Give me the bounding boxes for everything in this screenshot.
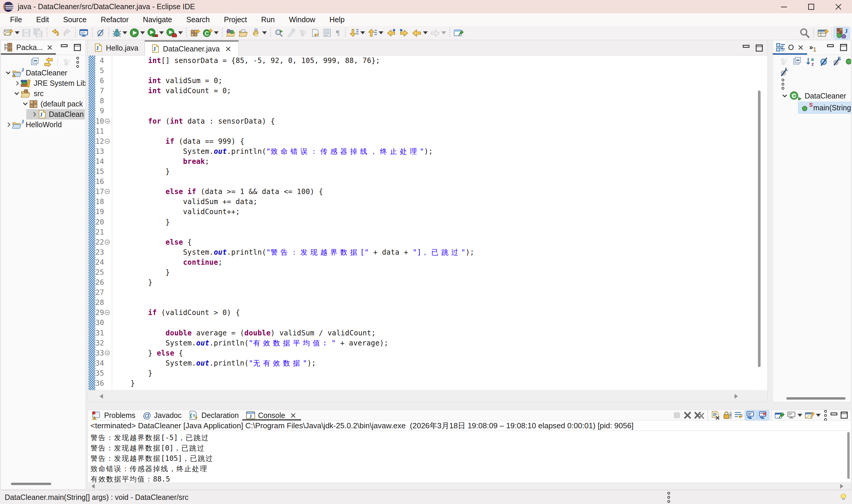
hide-non-public-icon[interactable] [845,58,851,65]
minimize-view-icon[interactable] [61,44,68,52]
status-menu-icon[interactable] [665,492,672,503]
show-stdout-button[interactable] [745,410,757,420]
dropdown-arrow-icon[interactable] [159,31,164,34]
dropdown-arrow-icon[interactable] [178,31,183,34]
tree-item-jre-system-libra[interactable]: JRE System Libra [1,78,86,88]
dropdown-arrow-icon[interactable] [379,31,383,34]
chevron-right-icon[interactable] [4,123,12,126]
dropdown-arrow-icon[interactable] [360,31,365,34]
terminate-button[interactable] [672,410,682,420]
tree-item-helloworld[interactable]: JHelloWorld [1,120,86,130]
view-menu-icon[interactable] [74,57,81,68]
chevron-down-icon[interactable] [13,93,20,94]
fold-collapse-icon[interactable] [105,189,110,194]
toggle-mark-occurrences-button[interactable] [310,26,322,39]
console-vertical-scrollbar[interactable] [846,431,851,483]
prev-annotation-button[interactable] [366,26,385,39]
redo-button[interactable] [61,26,73,39]
close-view-icon[interactable]: × [45,43,54,52]
open-console-button[interactable] [803,410,822,420]
close-tab-icon[interactable]: × [289,411,297,420]
chevron-down-icon[interactable] [4,72,12,74]
chevron-right-icon[interactable] [13,82,20,85]
lightbulb-icon[interactable] [839,493,848,502]
open-type-button[interactable] [225,26,237,39]
maximize-view-icon[interactable] [74,44,81,52]
pin-editor-button[interactable] [452,26,465,39]
java-perspective-button[interactable]: J [834,27,850,39]
next-edit-location-button[interactable] [398,26,411,39]
skip-breakpoints-button[interactable] [95,26,106,39]
open-resource-button[interactable] [273,26,286,39]
tab-declaration[interactable]: {≡Declaration [185,410,242,420]
outline-item-main-string[interactable]: Smain(String [773,102,851,113]
more-views-indicator[interactable]: »1 [808,40,817,55]
tree-item-default-pack[interactable]: (default pack [1,99,86,109]
menu-refactor[interactable]: Refactor [94,13,136,26]
fold-collapse-icon[interactable] [105,239,110,245]
menu-project[interactable]: Project [217,13,254,26]
fold-collapse-icon[interactable] [105,350,110,356]
menu-window[interactable]: Window [282,13,323,26]
hide-fields-icon[interactable]: F [819,57,828,66]
pin-console-button[interactable] [773,410,786,420]
dropdown-arrow-icon[interactable] [262,31,267,34]
new-class-button[interactable]: C [201,26,220,39]
open-terminal-button[interactable] [78,26,90,39]
menu-source[interactable]: Source [56,13,93,26]
horizontal-scrollbar[interactable] [786,397,846,400]
new-java-project-button[interactable] [189,26,201,39]
team-sync-button[interactable] [297,26,310,39]
editor-horizontal-scrollbar[interactable] [88,390,756,402]
show-whitespace-doc-button[interactable] [322,26,333,39]
horizontal-scrollbar[interactable] [11,483,51,485]
editor-vertical-scrollbar[interactable] [756,56,767,391]
minimize-view-button[interactable] [829,410,839,420]
editor-tab-hello-java[interactable]: JHello.java [88,40,145,56]
sort-icon[interactable]: az [806,57,815,66]
open-perspective-button[interactable] [816,27,830,39]
dropdown-arrow-icon[interactable] [798,414,802,417]
minimize-view-icon[interactable] [827,44,835,52]
fold-collapse-icon[interactable] [105,119,110,124]
menu-run[interactable]: Run [254,13,282,26]
profile-button[interactable] [165,26,184,39]
tree-item-datacleaner[interactable]: J!DataCleaner [1,68,86,78]
clear-console-button[interactable] [710,410,722,420]
dropdown-arrow-icon[interactable] [15,31,19,34]
minimize-button[interactable] [771,0,798,13]
show-whitespace-button[interactable]: ¶ [333,26,343,39]
coverage-button[interactable] [146,26,165,39]
tree-item-src[interactable]: src [1,88,86,99]
tab-console[interactable]: JConsole× [242,410,301,420]
editor-tab-datacleaner-java[interactable]: JDataCleaner.java× [145,40,239,56]
dropdown-arrow-icon[interactable] [423,31,428,34]
dropdown-arrow-icon[interactable] [214,31,219,34]
dropdown-arrow-icon[interactable] [123,31,127,34]
show-stderr-button[interactable] [757,410,769,420]
display-console-button[interactable] [786,410,803,420]
word-wrap-button[interactable] [733,410,745,420]
close-view-icon[interactable]: × [796,43,805,52]
collapse-all-icon[interactable] [31,57,40,67]
last-edit-location-button[interactable] [385,26,398,39]
tab-problems[interactable]: !Problems [88,410,139,420]
maximize-view-icon[interactable] [840,44,848,52]
tab-package-explorer[interactable]: Packa... × [1,40,57,55]
menu-file[interactable]: File [3,13,29,26]
dropdown-arrow-icon[interactable] [441,31,446,34]
console-horizontal-scrollbar[interactable] [88,482,851,489]
view-menu-icon[interactable] [779,79,786,90]
tab-outline[interactable]: O × [773,40,808,55]
forward-button[interactable] [429,26,447,39]
fold-collapse-icon[interactable] [105,310,110,315]
close-button[interactable] [825,0,852,13]
console-output[interactable]: 警告：发现越界数据[-5]，已跳过警告：发现越界数据[0]，已跳过警告：发现越界… [88,431,851,483]
undo-button[interactable] [49,26,61,39]
next-annotation-button[interactable] [348,26,366,39]
chevron-right-icon[interactable] [30,113,38,116]
new-wizard-button[interactable] [2,26,21,39]
save-button[interactable] [21,26,32,39]
chevron-down-icon[interactable] [781,95,788,97]
dropdown-arrow-icon[interactable] [140,31,145,34]
